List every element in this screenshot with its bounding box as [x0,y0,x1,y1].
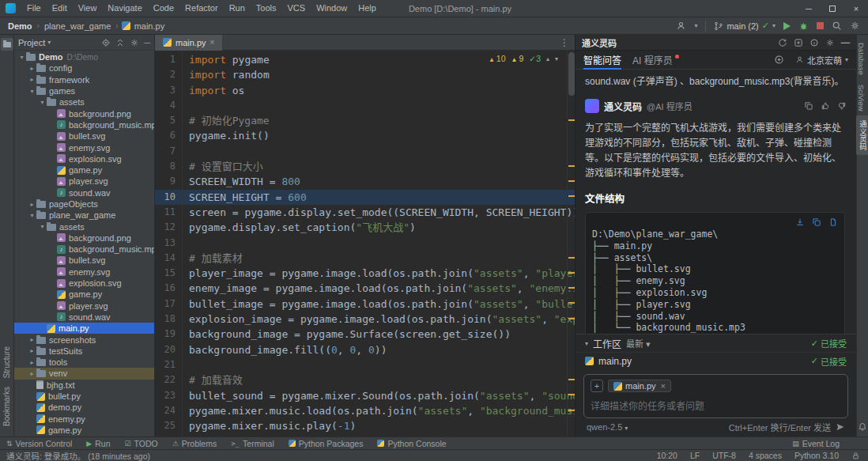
workspace-file-row[interactable]: main.py ✓ 已接受 [576,352,856,369]
menu-tools[interactable]: Tools [251,0,282,17]
run-button[interactable] [783,22,791,30]
code-line[interactable]: background_image.fill((0, 0, 0)) [183,342,575,357]
menu-edit[interactable]: Edit [47,0,73,17]
menu-window[interactable]: Window [311,0,353,17]
code-line[interactable]: pygame.mixer.music.load(os.path.join("as… [183,403,575,418]
code-line[interactable]: SCREEN_HEIGHT = 600 [183,190,575,205]
tree-item[interactable]: ▸framework [14,74,154,85]
code-line[interactable]: # 加载素材 [183,251,575,266]
info-icon[interactable] [810,38,819,47]
new-chat-icon[interactable] [794,38,803,47]
code-line[interactable]: import random [183,67,575,82]
project-panel-title[interactable]: Project [18,38,45,47]
menu-file[interactable]: File [21,0,47,17]
tab-close-icon[interactable]: × [210,38,215,47]
code-line[interactable]: # 设置窗口大小 [183,159,575,174]
maximize-button[interactable] [821,0,844,17]
user-dropdown-arrow[interactable]: ▾ [694,22,697,29]
toolwindow-stripe-bookmarks[interactable]: Bookmarks [1,383,13,430]
tree-item[interactable]: ▸config [14,62,154,74]
tree-item[interactable]: background.png [14,108,154,119]
toolwindow-button-version-control[interactable]: ⇅Version Control [6,439,72,448]
tree-item[interactable]: ▾plane_war_game [14,210,154,221]
code-line[interactable]: bullet_sound = pygame.mixer.Sound(os.pat… [183,388,575,403]
tab-ai-programmer[interactable]: AI 程序员 [632,51,679,70]
tree-chevron-icon[interactable]: ▾ [28,212,36,219]
tree-item[interactable]: ▸pageObjects [14,198,154,210]
editor-scrollbar[interactable] [567,51,575,436]
code-content[interactable]: import pygameimport randomimport os# 初始化… [183,51,575,436]
inspections-widget[interactable]: ▲10 ▲9 ✓3 ▴ ▾ [485,53,562,64]
toolwindow-button-event-log[interactable]: ▤Event Log [792,439,840,448]
menu-refactor[interactable]: Refactor [179,0,224,17]
project-view-dropdown-arrow[interactable]: ▾ [47,39,51,46]
weak-warning-count[interactable]: ▲9 [511,54,524,63]
copy-message-icon[interactable] [804,101,813,111]
insert-code-icon[interactable] [795,217,805,227]
status-item-lf[interactable]: LF [690,451,700,460]
thumbs-down-icon[interactable] [837,101,847,111]
prev-issue-icon[interactable]: ▴ [546,55,549,62]
status-item-python-3.10[interactable]: Python 3.10 [794,451,839,460]
code-line[interactable]: import os [183,83,575,98]
profile-selector[interactable]: 北京宏萌 ▾ [795,54,848,66]
toolwindow-button-terminal[interactable]: >_Terminal [231,439,274,448]
tree-item[interactable]: game.py [14,425,154,436]
code-line[interactable]: SCREEN_WIDTH = 800 [183,174,575,189]
thumbs-up-icon[interactable] [821,101,830,111]
tree-item[interactable]: ♪background_music.mp3 [14,244,154,255]
tree-item[interactable]: ▸screenshots [14,334,154,345]
model-selector[interactable]: qwen-2.5 ▾ [587,422,628,432]
tree-item[interactable]: main.py [14,323,154,334]
tree-chevron-icon[interactable]: ▸ [28,201,36,208]
tab-smart-qa[interactable]: 智能问答 [583,51,621,70]
editor-tab-mainpy[interactable]: main.py × [155,35,222,51]
code-line[interactable]: pygame.init() [183,128,575,143]
tree-chevron-icon[interactable]: ▸ [28,370,36,377]
tab-options-icon[interactable]: ⋮ [560,37,575,48]
status-item-10:20[interactable]: 10:20 [657,451,677,460]
tree-item[interactable]: bullet.svg [14,130,154,142]
toolwindow-stripe-structure[interactable]: Structure [1,342,13,383]
toolwindow-button-python-console[interactable]: Python Console [377,439,446,448]
menu-code[interactable]: Code [148,0,179,17]
status-message[interactable]: 通义灵码: 登录成功。 (18 minutes ago) [6,450,150,461]
tree-chevron-icon[interactable]: ▾ [38,223,47,230]
code-line[interactable]: # 加载音效 [183,372,575,387]
code-line[interactable]: explosion_image = pygame.image.load(os.p… [183,312,575,327]
tree-item[interactable]: background.png [14,232,154,244]
tree-item[interactable]: ♪sound.wav [14,312,154,323]
code-line[interactable]: bullet_image = pygame.image.load(os.path… [183,297,575,312]
code-line[interactable] [183,144,575,159]
tree-item[interactable]: player.svg [14,300,154,312]
tree-item[interactable]: ♪sound.wav [14,187,154,198]
tree-item[interactable]: ▸venv [14,368,154,379]
stop-button[interactable] [817,22,824,29]
toolwindow-stripe-database[interactable]: Database [856,38,866,80]
code-line[interactable]: pygame.display.set_caption("飞机大战") [183,220,575,235]
new-session-plus-icon[interactable] [774,55,784,65]
menu-view[interactable]: View [73,0,103,17]
menu-help[interactable]: Help [353,0,382,17]
settings-gear-icon[interactable] [825,38,835,47]
tree-item[interactable]: ♪background_music.mp3 [14,119,154,130]
notifications-bell-icon[interactable] [858,422,867,432]
add-context-button[interactable]: + [591,380,603,392]
tree-chevron-icon[interactable]: ▸ [28,65,36,72]
status-item-4-spaces[interactable]: 4 spaces [749,451,782,460]
locate-file-button[interactable] [101,38,111,47]
tree-item[interactable]: demo.py [14,402,154,413]
chip-close-icon[interactable]: × [661,381,666,391]
close-button[interactable]: × [844,0,868,17]
user-account-icon[interactable] [676,21,686,31]
workspace-row[interactable]: ▾ 工作区 最新 ▾ ✓ 已接受 [576,334,856,352]
menu-run[interactable]: Run [224,0,251,17]
next-issue-icon[interactable]: ▾ [555,55,558,62]
breadcrumb-item-main.py[interactable]: main.py [133,21,167,31]
warning-count[interactable]: ▲10 [489,54,506,63]
minimize-button[interactable]: ─ [797,0,821,17]
tree-chevron-icon[interactable]: ▸ [28,347,36,354]
chat-input-placeholder[interactable]: 详细描述你的任务或者问题 [591,399,841,412]
breadcrumb-item-Demo[interactable]: Demo [6,21,34,31]
toolwindow-button-problems[interactable]: ⚠Problems [172,439,217,448]
